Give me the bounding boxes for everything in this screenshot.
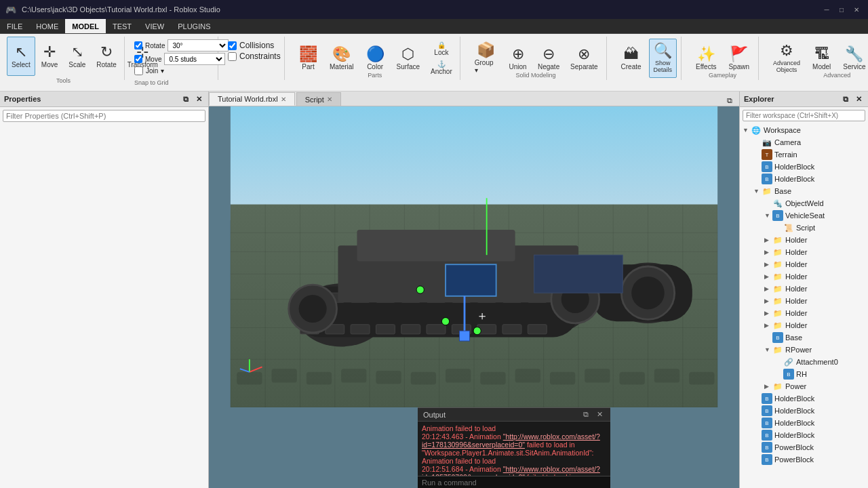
tree-item-holder6[interactable]: ▶ 📁 Holder — [740, 295, 868, 307]
tree-item-objectweld[interactable]: 🔩 ObjectWeld — [740, 197, 868, 209]
holder2-icon: 📁 — [772, 247, 783, 258]
model-icon: 🏗 — [814, 47, 829, 62]
join-checkbox[interactable] — [134, 66, 143, 75]
holder1-icon: 📁 — [772, 235, 783, 245]
tree-item-holderblock6[interactable]: B HolderBlock — [740, 429, 868, 441]
tree-item-terrain[interactable]: T Terrain — [740, 148, 868, 161]
explorer-popout-button[interactable]: ⧉ — [840, 94, 851, 104]
minimize-button[interactable]: ─ — [821, 3, 833, 16]
tree-item-holderblock4[interactable]: B HolderBlock — [740, 405, 868, 417]
tree-item-holder1[interactable]: ▶ 📁 Holder — [740, 234, 868, 246]
holderblock3-icon: B — [762, 393, 772, 404]
tree-item-holder3[interactable]: ▶ 📁 Holder — [740, 258, 868, 270]
select-button[interactable]: ↖ Select — [7, 37, 35, 76]
snap-to-grid-group: Rotate 30° Move 0.5 studs Join ▾ — [130, 37, 218, 80]
menu-home[interactable]: HOME — [29, 19, 65, 33]
svg-point-65 — [441, 318, 449, 325]
properties-title: Properties — [4, 95, 41, 103]
move-snap-select[interactable]: 0.5 studs — [164, 53, 225, 65]
base2-icon: B — [772, 332, 783, 343]
tree-item-holderblock5[interactable]: B HolderBlock — [740, 417, 868, 429]
tree-item-base2[interactable]: B Base — [740, 331, 868, 344]
tree-item-vehicleseat[interactable]: ▼ B VehicleSeat — [740, 209, 868, 222]
tree-item-holderblock1[interactable]: B HolderBlock — [740, 161, 868, 173]
tree-item-holderblock3[interactable]: B HolderBlock — [740, 392, 868, 405]
svg-rect-37 — [689, 372, 714, 385]
scale-icon: ⤡ — [71, 45, 83, 60]
collisions-checkbox[interactable] — [228, 41, 237, 50]
constraints-checkbox[interactable] — [228, 52, 237, 61]
scale-button[interactable]: ⤡ Scale — [64, 37, 90, 76]
solid-modeling-group: 📦 Group ▾ ⊕ Union ⊖ Negate ⊗ Separate So… — [466, 37, 607, 80]
tree-item-power[interactable]: ▶ 📁 Power — [740, 380, 868, 392]
svg-rect-26 — [307, 372, 332, 385]
tree-item-holder4[interactable]: ▶ 📁 Holder — [740, 270, 868, 283]
terrain-icon: T — [762, 149, 772, 160]
move-button[interactable]: ✛ Move — [37, 37, 62, 76]
rotate-button[interactable]: ↻ Rotate — [92, 37, 121, 76]
tree-item-holder5[interactable]: ▶ 📁 Holder — [740, 283, 868, 295]
svg-rect-68 — [460, 331, 470, 341]
show-details-button[interactable]: 🔍 ShowDetails — [649, 39, 677, 78]
tree-item-powerblock1[interactable]: B PowerBlock — [740, 441, 868, 453]
output-message-2: 20:12:43.463 - Animation "http://www.rob… — [422, 432, 606, 457]
group-icon: 📦 — [477, 43, 495, 58]
union-icon: ⊕ — [512, 47, 524, 62]
holder3-icon: 📁 — [772, 259, 783, 270]
tab-script[interactable]: Script ✕ — [296, 92, 341, 106]
svg-rect-55 — [401, 325, 420, 334]
svg-rect-56 — [427, 325, 446, 334]
tab-world[interactable]: Tutorial World.rbxl ✕ — [209, 92, 295, 106]
advanced-label: Advanced — [764, 72, 868, 79]
rotate-snap-checkbox[interactable] — [134, 41, 142, 49]
menu-view[interactable]: VIEW — [138, 19, 171, 33]
properties-close-button[interactable]: ✕ — [193, 94, 204, 104]
maximize-button[interactable]: □ — [835, 3, 848, 16]
output-close-button[interactable]: ✕ — [594, 409, 605, 420]
move-snap-checkbox[interactable] — [134, 55, 142, 63]
menu-test[interactable]: TEST — [106, 19, 138, 33]
tree-item-rh[interactable]: B RH — [740, 368, 868, 380]
svg-rect-36 — [654, 369, 679, 383]
tree-item-workspace[interactable]: ▼ 🌐 Workspace — [740, 124, 868, 136]
tab-script-close[interactable]: ✕ — [327, 96, 332, 103]
tab-world-close[interactable]: ✕ — [281, 96, 286, 103]
svg-rect-33 — [550, 372, 575, 385]
properties-filter-input[interactable] — [3, 110, 205, 122]
tree-item-camera[interactable]: 📷 Camera — [740, 136, 868, 148]
properties-popout-button[interactable]: ⧉ — [180, 94, 191, 104]
rotate-snap-select[interactable]: 30° — [167, 39, 229, 52]
tree-item-script[interactable]: 📜 Script — [740, 222, 868, 234]
tree-item-holder7[interactable]: ▶ 📁 Holder — [740, 307, 868, 319]
tree-item-base[interactable]: ▼ 📁 Base — [740, 185, 868, 197]
base-icon: 📁 — [762, 186, 772, 197]
menu-model[interactable]: MODEL — [65, 19, 106, 33]
scene-viewport[interactable] — [209, 106, 739, 407]
menu-file[interactable]: FILE — [0, 19, 29, 33]
tree-item-powerblock2[interactable]: B PowerBlock — [740, 453, 868, 466]
tree-item-holder8[interactable]: ▶ 📁 Holder — [740, 319, 868, 331]
create-button[interactable]: 🏔 Create — [616, 39, 646, 78]
menu-plugins[interactable]: PLUGINS — [171, 19, 217, 33]
explorer-filter-input[interactable] — [743, 110, 865, 121]
command-input[interactable] — [418, 476, 610, 488]
lock-button[interactable]: 🔒 Lock — [427, 40, 456, 58]
explorer-close-button[interactable]: ✕ — [853, 94, 864, 104]
tree-item-holder2[interactable]: ▶ 📁 Holder — [740, 246, 868, 258]
output-header-buttons: ⧉ ✕ — [580, 409, 605, 420]
output-popout-button[interactable]: ⧉ — [580, 409, 591, 420]
svg-rect-25 — [272, 369, 297, 383]
rh-icon: B — [783, 369, 794, 380]
tree-arrow-workspace: ▼ — [743, 127, 751, 134]
svg-rect-35 — [620, 372, 645, 385]
close-button[interactable]: ✕ — [850, 3, 863, 16]
tree-item-attachment0[interactable]: 🔗 Attachment0 — [740, 356, 868, 368]
spawn-icon: 🚩 — [730, 47, 748, 62]
advanced-objects-icon: ⚙ — [780, 43, 793, 58]
objectweld-icon: 🔩 — [772, 198, 783, 209]
output-title: Output — [423, 411, 446, 419]
tree-item-holderblock2[interactable]: B HolderBlock — [740, 173, 868, 185]
tree-item-rpower[interactable]: ▼ 📁 RPower — [740, 344, 868, 356]
holder7-icon: 📁 — [772, 308, 783, 319]
viewport-popout-button[interactable]: ⧉ — [724, 95, 735, 106]
